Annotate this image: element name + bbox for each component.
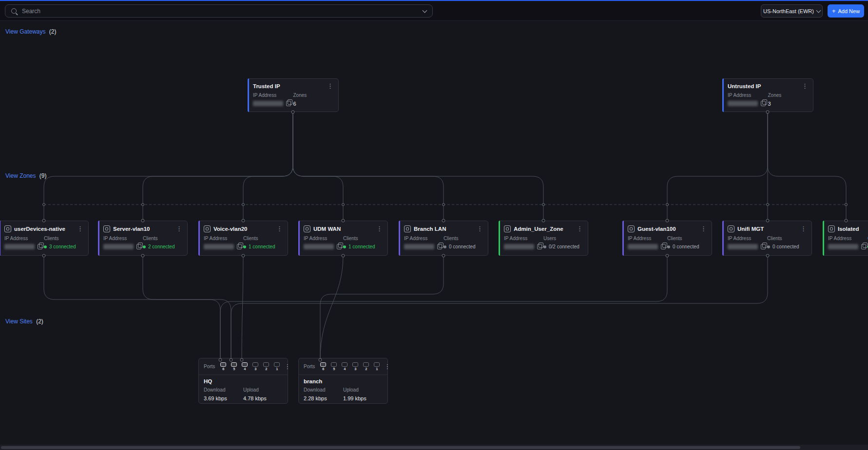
view-gateways-link[interactable]: View Gateways — [5, 28, 45, 35]
ip-address-label: IP Address — [628, 236, 667, 241]
ethernet-port: 4 — [241, 362, 248, 371]
status-dot — [767, 245, 770, 248]
download-label: Download — [304, 387, 343, 393]
zone-card-userdevices-native[interactable]: userDevices-native ⋮ IP Address Clients … — [0, 221, 89, 256]
zone-icon — [404, 225, 411, 232]
upload-value: 4.78 kbps — [243, 395, 283, 401]
port-number: 6 — [222, 367, 224, 371]
ethernet-port: 3 — [252, 362, 259, 371]
kebab-menu-icon[interactable]: ⋮ — [802, 84, 808, 89]
ip-address-redacted — [304, 244, 334, 249]
status-dot — [543, 245, 546, 248]
kebab-menu-icon[interactable]: ⋮ — [700, 226, 707, 231]
port-number: 2 — [265, 367, 267, 371]
copy-icon[interactable] — [237, 244, 242, 249]
clients-label: Clients — [667, 236, 707, 241]
download-value: 3.69 kbps — [204, 395, 243, 401]
kebab-menu-icon[interactable]: ⋮ — [176, 226, 182, 231]
kebab-menu-icon[interactable]: ⋮ — [376, 226, 383, 231]
ethernet-port-icon — [374, 362, 380, 367]
site-name: branch — [304, 378, 383, 384]
site-card-hq[interactable]: Ports 6 5 4 3 2 1 ⋮ HQ Download 3.69 kbp… — [198, 358, 288, 404]
clients-label: Clients — [343, 236, 383, 241]
ip-address-redacted — [103, 244, 134, 249]
upload-value: 1.99 kbps — [343, 395, 383, 401]
zone-icon — [828, 225, 835, 232]
status-dot — [444, 245, 446, 248]
sites-count: (2) — [36, 318, 43, 325]
search-bar[interactable] — [5, 4, 433, 18]
clients-label: Clients — [143, 236, 182, 241]
port-number: 5 — [233, 367, 235, 371]
ethernet-port-icon — [242, 362, 248, 367]
zone-name: UDM WAN — [313, 226, 341, 232]
zone-card-guest-vlan100[interactable]: Guest-vlan100 ⋮ IP Address Clients 0 con… — [622, 221, 712, 256]
zone-icon — [728, 225, 734, 232]
zone-card-server-vlan10[interactable]: Server-vlan10 ⋮ IP Address Clients 2 con… — [98, 221, 188, 256]
kebab-menu-icon[interactable]: ⋮ — [384, 364, 390, 369]
zone-card-branch-lan[interactable]: Branch LAN ⋮ IP Address Clients 0 connec… — [399, 221, 488, 256]
ethernet-port-icon — [263, 362, 269, 367]
zone-name: Isolated — [838, 226, 859, 232]
chevron-down-icon[interactable] — [423, 8, 427, 13]
zone-name: userDevices-native — [14, 226, 65, 232]
port-number: 3 — [354, 367, 356, 371]
zone-card-udm-wan[interactable]: UDM WAN ⋮ IP Address Clients 1 connected — [298, 221, 388, 256]
ethernet-port-icon — [252, 362, 258, 367]
status-text: 0/2 connected — [549, 244, 579, 249]
ethernet-port: 3 — [352, 362, 359, 371]
ports-label: Ports — [304, 364, 315, 369]
status-text: 3 connected — [49, 244, 76, 249]
copy-icon[interactable] — [661, 244, 666, 249]
kebab-menu-icon[interactable]: ⋮ — [77, 226, 83, 231]
port-group: 6 5 4 3 2 1 — [220, 362, 280, 371]
ip-address-redacted — [404, 244, 434, 249]
ethernet-port-icon — [331, 362, 337, 367]
horizontal-scrollbar-thumb[interactable] — [1, 446, 800, 449]
copy-icon[interactable] — [761, 101, 766, 106]
copy-icon[interactable] — [286, 101, 291, 106]
copy-icon[interactable] — [537, 244, 542, 249]
copy-icon[interactable] — [437, 244, 442, 249]
add-new-button[interactable]: + Add New — [828, 4, 864, 18]
copy-icon[interactable] — [337, 244, 342, 249]
status-dot — [343, 245, 346, 248]
zones-count: (9) — [39, 172, 47, 179]
zone-card-isolated[interactable]: Isolated ⋮ IP Address Clients 1 connecte… — [823, 221, 868, 256]
zone-card-unifi-mgt[interactable]: Unifi MGT ⋮ IP Address Clients 0 connect… — [722, 221, 812, 256]
kebab-menu-icon[interactable]: ⋮ — [276, 226, 283, 231]
kebab-menu-icon[interactable]: ⋮ — [577, 226, 583, 231]
port-number: 6 — [322, 367, 324, 371]
ethernet-port: 2 — [363, 362, 369, 371]
kebab-menu-icon[interactable]: ⋮ — [800, 226, 807, 231]
kebab-menu-icon[interactable]: ⋮ — [327, 84, 333, 89]
ip-address-label: IP Address — [204, 236, 243, 241]
ethernet-port-icon — [320, 362, 326, 367]
ethernet-port-icon — [352, 362, 358, 367]
region-selector[interactable]: US-NorthEast (EWR) — [761, 4, 823, 18]
view-zones-link[interactable]: View Zones — [5, 172, 36, 179]
gateway-card-untrusted-ip[interactable]: Untrusted IP ⋮ IP Address Zones 3 — [722, 78, 813, 112]
ethernet-port-icon — [363, 362, 369, 367]
site-card-branch[interactable]: Ports 6 5 4 3 2 1 ⋮ branch Download 2.28… — [298, 358, 388, 404]
kebab-menu-icon[interactable]: ⋮ — [284, 364, 290, 369]
ip-address-label: IP Address — [504, 236, 543, 241]
search-input[interactable] — [21, 7, 419, 15]
status-text: 1 connected — [249, 244, 275, 249]
site-name: HQ — [204, 378, 283, 384]
ip-address-label: IP Address — [728, 236, 767, 241]
zone-icon — [204, 225, 211, 232]
view-sites-link[interactable]: View Sites — [5, 318, 33, 325]
zone-card-voice-vlan20[interactable]: Voice-vlan20 ⋮ IP Address Clients 1 conn… — [198, 221, 288, 256]
copy-icon[interactable] — [861, 244, 866, 249]
gateway-card-trusted-ip[interactable]: Trusted IP ⋮ IP Address Zones 6 — [248, 78, 339, 112]
copy-icon[interactable] — [761, 244, 766, 249]
ip-address-label: IP Address — [728, 93, 768, 98]
copy-icon[interactable] — [136, 244, 141, 249]
copy-icon[interactable] — [38, 244, 42, 249]
status-dot — [243, 245, 246, 248]
view-gateways-section: View Gateways (2) — [5, 28, 57, 35]
zone-card-admin-user-zone[interactable]: Admin_User_Zone ⋮ IP Address Users 0/2 c… — [499, 221, 588, 256]
kebab-menu-icon[interactable]: ⋮ — [477, 226, 483, 231]
zones-value: 6 — [293, 101, 334, 107]
